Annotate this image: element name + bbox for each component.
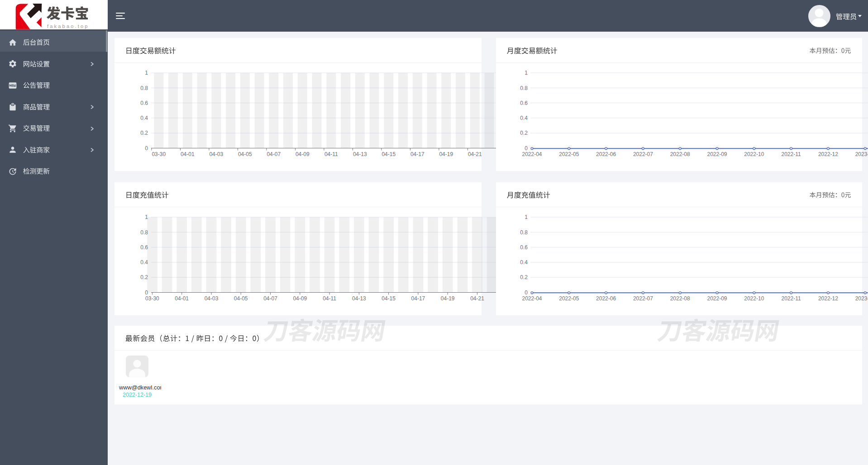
- svg-text:04-05: 04-05: [234, 295, 248, 302]
- svg-text:2022-06: 2022-06: [596, 295, 616, 302]
- svg-text:2022-05: 2022-05: [559, 151, 579, 157]
- svg-text:2022-08: 2022-08: [670, 295, 690, 302]
- svg-text:0.6: 0.6: [520, 244, 528, 251]
- svg-text:04-11: 04-11: [324, 151, 338, 157]
- svg-text:2023-01: 2023-01: [855, 151, 868, 157]
- svg-text:0: 0: [525, 145, 528, 152]
- svg-text:0.2: 0.2: [520, 130, 528, 136]
- svg-text:2022-12: 2022-12: [818, 295, 838, 302]
- svg-text:04-21: 04-21: [470, 295, 484, 302]
- svg-text:0.4: 0.4: [520, 259, 528, 266]
- svg-text:2022-04: 2022-04: [522, 151, 542, 157]
- svg-text:04-01: 04-01: [181, 151, 195, 157]
- svg-text:0.4: 0.4: [140, 115, 148, 121]
- svg-text:04-07: 04-07: [267, 151, 281, 157]
- svg-text:0: 0: [145, 289, 148, 296]
- svg-text:0.8: 0.8: [140, 229, 148, 236]
- svg-text:2022-08: 2022-08: [670, 151, 690, 157]
- svg-text:0.4: 0.4: [140, 259, 148, 266]
- svg-text:0.8: 0.8: [520, 85, 528, 91]
- svg-text:0.2: 0.2: [520, 274, 528, 280]
- svg-text:0: 0: [145, 145, 148, 152]
- svg-text:04-03: 04-03: [205, 295, 219, 302]
- svg-text:0.8: 0.8: [140, 85, 148, 91]
- svg-text:03-30: 03-30: [145, 295, 159, 302]
- svg-text:2023-01: 2023-01: [855, 295, 868, 302]
- svg-text:2022-07: 2022-07: [633, 295, 653, 302]
- svg-text:2022-06: 2022-06: [596, 151, 616, 157]
- svg-text:1: 1: [525, 70, 528, 76]
- svg-text:2022-12: 2022-12: [818, 151, 838, 157]
- svg-text:04-13: 04-13: [353, 151, 367, 157]
- svg-text:04-05: 04-05: [238, 151, 252, 157]
- svg-text:2022-09: 2022-09: [707, 151, 727, 157]
- svg-text:0.6: 0.6: [520, 100, 528, 106]
- svg-text:03-30: 03-30: [152, 151, 166, 157]
- svg-text:2022-07: 2022-07: [633, 151, 653, 157]
- svg-text:04-01: 04-01: [175, 295, 189, 302]
- svg-text:04-17: 04-17: [411, 295, 425, 302]
- svg-text:04-21: 04-21: [468, 151, 482, 157]
- svg-text:2022-11: 2022-11: [782, 151, 801, 157]
- svg-text:04-09: 04-09: [296, 151, 310, 157]
- svg-text:2022-10: 2022-10: [744, 295, 764, 302]
- svg-text:0.6: 0.6: [140, 244, 148, 251]
- svg-text:1: 1: [145, 214, 148, 220]
- svg-text:04-19: 04-19: [441, 295, 455, 302]
- svg-text:2022-04: 2022-04: [522, 295, 542, 302]
- svg-text:0.4: 0.4: [520, 115, 528, 121]
- svg-text:1: 1: [525, 214, 528, 220]
- svg-text:0.2: 0.2: [140, 130, 148, 136]
- svg-text:04-11: 04-11: [323, 295, 336, 302]
- svg-text:04-09: 04-09: [293, 295, 307, 302]
- svg-text:2022-11: 2022-11: [782, 295, 801, 302]
- svg-text:1: 1: [145, 70, 148, 76]
- svg-text:0.2: 0.2: [140, 274, 148, 280]
- svg-text:04-15: 04-15: [382, 295, 396, 302]
- svg-text:0.8: 0.8: [520, 229, 528, 236]
- svg-text:04-03: 04-03: [209, 151, 223, 157]
- svg-text:04-07: 04-07: [263, 295, 277, 302]
- svg-text:2022-09: 2022-09: [707, 295, 727, 302]
- svg-text:04-15: 04-15: [382, 151, 396, 157]
- svg-text:04-13: 04-13: [352, 295, 366, 302]
- svg-text:04-17: 04-17: [410, 151, 424, 157]
- svg-text:2022-10: 2022-10: [744, 151, 764, 157]
- svg-text:0.6: 0.6: [140, 100, 148, 106]
- svg-text:2022-05: 2022-05: [559, 295, 579, 302]
- svg-text:0: 0: [525, 289, 528, 296]
- svg-text:04-19: 04-19: [439, 151, 453, 157]
